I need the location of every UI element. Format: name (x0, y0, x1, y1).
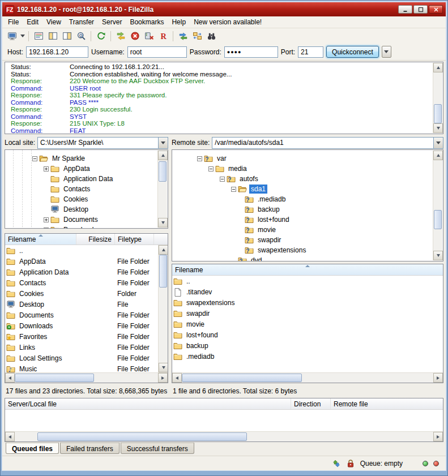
tree-item[interactable]: Contacts (5, 184, 157, 194)
file-row[interactable]: .. (172, 276, 443, 286)
tab-successful-transfers[interactable]: Successful transfers (121, 443, 194, 454)
combo-dropdown-button[interactable] (158, 138, 168, 148)
tree-item[interactable]: Downloads (5, 225, 157, 229)
scroll-left-button[interactable] (5, 373, 15, 383)
tree-item[interactable]: autofs (172, 174, 433, 184)
reconnect-button[interactable]: R (156, 30, 170, 42)
scroll-thumb[interactable] (182, 374, 302, 382)
tree-item[interactable]: media (172, 164, 433, 174)
expand-icon[interactable] (44, 228, 49, 229)
scroll-right-button[interactable] (433, 432, 443, 441)
toggle-local-tree-button[interactable] (46, 30, 59, 42)
tree-item[interactable]: swapextensions (172, 245, 433, 255)
toggle-message-log-button[interactable] (32, 30, 45, 42)
toggle-remote-tree-button[interactable] (60, 30, 74, 42)
cancel-button[interactable] (128, 30, 142, 42)
process-queue-button[interactable] (114, 30, 127, 42)
maximize-button[interactable] (413, 5, 428, 14)
menu-server[interactable]: Server (98, 17, 126, 27)
scroll-down-button[interactable] (433, 251, 443, 260)
collapse-icon[interactable] (32, 156, 37, 161)
scroll-track[interactable] (182, 373, 433, 383)
scroll-right-button[interactable] (433, 373, 443, 383)
file-row[interactable]: AppDataFile Folder (5, 256, 158, 267)
scroll-up-button[interactable] (158, 151, 168, 160)
file-row[interactable]: .titandev (172, 286, 443, 297)
password-input[interactable] (224, 46, 278, 58)
site-manager-dropdown[interactable] (19, 30, 25, 42)
tree-item[interactable]: var (172, 153, 433, 164)
minimize-button[interactable] (398, 5, 412, 14)
host-input[interactable] (26, 46, 88, 58)
file-row[interactable]: .. (5, 245, 158, 256)
tree-item[interactable]: Cookies (5, 194, 157, 204)
file-row[interactable]: DownloadsFile Folder (5, 320, 158, 331)
menu-bookmarks[interactable]: Bookmarks (126, 17, 168, 27)
file-row[interactable]: CookiesFolder (5, 288, 158, 299)
remote-tree-vertical-scrollbar[interactable] (433, 151, 442, 260)
tree-item[interactable]: movie (172, 225, 433, 235)
scroll-thumb[interactable] (434, 210, 442, 229)
column-header-filename[interactable]: Filename (5, 234, 76, 245)
collapse-icon[interactable] (208, 166, 214, 171)
scroll-track[interactable] (158, 160, 167, 218)
column-header-server-local-file[interactable]: Server/Local file (5, 398, 291, 409)
collapse-icon[interactable] (197, 156, 202, 161)
local-tree-vertical-scrollbar[interactable] (157, 151, 167, 228)
file-row[interactable]: FavoritesFile Folder (5, 331, 158, 342)
file-row[interactable]: swapextensions (172, 297, 443, 308)
scroll-thumb[interactable] (159, 255, 167, 288)
file-row[interactable]: DocumentsFile Folder (5, 310, 158, 320)
remote-site-combo[interactable]: /var/media/autofs/sda1 (212, 137, 443, 149)
log-vertical-scrollbar[interactable] (433, 63, 442, 133)
file-row[interactable]: .mediadb (172, 351, 443, 362)
scroll-track[interactable] (433, 160, 442, 251)
local-list-vertical-scrollbar[interactable] (158, 245, 168, 372)
scroll-up-button[interactable] (159, 245, 168, 255)
scroll-up-button[interactable] (433, 151, 443, 160)
column-header-filename[interactable]: Filename (172, 264, 443, 275)
scroll-left-button[interactable] (5, 432, 15, 441)
menu-file[interactable]: File (4, 17, 23, 27)
toggle-queue-button[interactable]: Q (74, 30, 88, 42)
scroll-left-button[interactable] (172, 373, 182, 383)
file-row[interactable]: MusicFile Folder (5, 363, 158, 372)
expand-icon[interactable] (44, 166, 49, 171)
scroll-track[interactable] (159, 255, 168, 363)
tree-item[interactable]: Application Data (5, 174, 157, 184)
file-row[interactable]: lost+found (172, 329, 443, 340)
queue-body[interactable] (5, 410, 443, 431)
scroll-thumb[interactable] (434, 104, 442, 123)
tab-failed-transfers[interactable]: Failed transfers (60, 443, 120, 454)
scroll-track[interactable] (15, 373, 158, 383)
collapse-icon[interactable] (220, 177, 225, 182)
refresh-button[interactable] (94, 30, 108, 42)
tree-item[interactable]: AppData (5, 164, 157, 174)
expand-icon[interactable] (44, 217, 49, 222)
menu-new-version[interactable]: New version available! (190, 17, 266, 27)
menu-view[interactable]: View (42, 17, 65, 27)
column-header-filesize[interactable]: Filesize (76, 234, 115, 245)
find-files-button[interactable] (204, 30, 218, 42)
port-input[interactable] (298, 46, 323, 58)
directory-comparison-button[interactable] (176, 30, 190, 42)
column-header-filetype[interactable]: Filetype (115, 234, 154, 245)
tree-item[interactable]: dvd (172, 255, 433, 261)
file-row[interactable]: movie (172, 319, 443, 329)
file-row[interactable]: backup (172, 340, 443, 351)
tree-item[interactable]: backup (172, 204, 433, 215)
scroll-track[interactable] (433, 72, 442, 123)
tree-item[interactable]: swapdir (172, 235, 433, 245)
quickconnect-button[interactable]: Quickconnect (326, 46, 379, 58)
scroll-right-button[interactable] (158, 373, 168, 383)
scroll-down-button[interactable] (158, 218, 168, 228)
tree-item[interactable]: Desktop (5, 204, 157, 215)
synchronized-browsing-button[interactable] (190, 30, 204, 42)
file-row[interactable]: DesktopFile (5, 299, 158, 310)
tree-item[interactable]: lost+found (172, 215, 433, 225)
tree-item selected-tree-item[interactable]: sda1 (172, 184, 433, 194)
tree-item[interactable]: Documents (5, 215, 157, 225)
scroll-thumb[interactable] (37, 432, 247, 441)
remote-list-horizontal-scrollbar[interactable] (172, 372, 443, 383)
disconnect-button[interactable] (142, 30, 156, 42)
